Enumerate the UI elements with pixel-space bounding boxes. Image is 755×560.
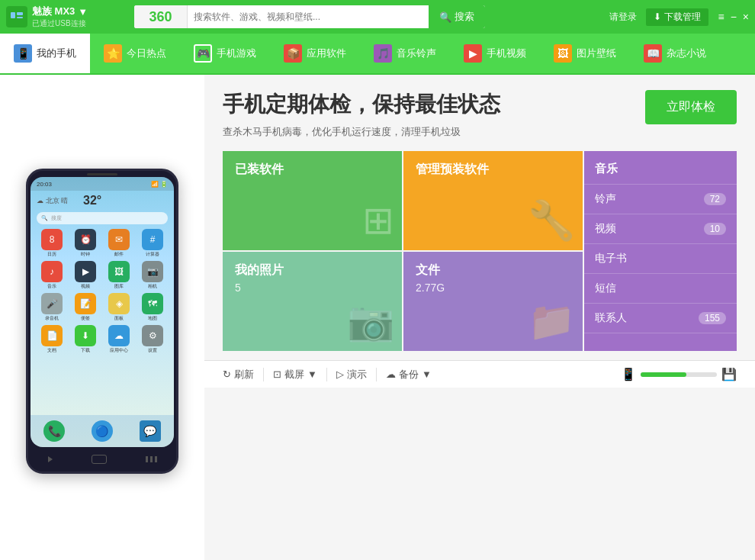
phone-app-panel: ◈ 面板: [104, 293, 134, 322]
phone-dock: 📞 🔵 💬: [31, 415, 174, 447]
backup-dropdown[interactable]: ▼: [422, 369, 432, 380]
nav-icon-star: ⭐: [104, 44, 122, 63]
phone-app-settings: ⚙ 设置: [137, 325, 168, 354]
screenshot-icon: ⊡: [273, 369, 281, 380]
nav-icon-game: 🎮: [194, 44, 212, 63]
nav-item-phone-games[interactable]: 🎮 手机游戏: [180, 34, 270, 73]
ringtone-label: 铃声: [595, 192, 616, 206]
phone-app-clock: ⏰ 时钟: [70, 229, 101, 258]
nav-item-hot-today[interactable]: ⭐ 今日热点: [90, 34, 180, 73]
right-col: 音乐 铃声 72 视频 10 电子书 短信 联系人 155: [584, 151, 737, 351]
nav-icon-video: ▶: [464, 44, 482, 63]
contacts-badge: 155: [699, 312, 726, 324]
nav-item-my-phone[interactable]: 📱 我的手机: [0, 34, 90, 73]
phone-search-bar: 🔍 搜度: [37, 212, 168, 224]
right-col-sms[interactable]: 短信: [584, 274, 737, 304]
minimize-icon[interactable]: −: [731, 11, 737, 23]
download-label: 下载管理: [664, 11, 701, 24]
search-input-wrap: [188, 11, 429, 22]
nav-icon-magazine: 📖: [644, 44, 662, 63]
progress-section: 📱 💾: [621, 367, 737, 381]
screenshot-button[interactable]: ⊡ 截屏 ▼: [264, 368, 327, 381]
phone-app-video: ▶ 视频: [70, 261, 101, 290]
search-button[interactable]: 🔍 搜索: [429, 5, 485, 28]
play-icon: ▷: [336, 369, 344, 380]
svg-rect-0: [11, 12, 15, 18]
play-label: 演示: [347, 368, 367, 381]
search-icon: 🔍: [439, 11, 451, 23]
phone-app-camera: 📷 相机: [137, 261, 168, 290]
phone-app-calendar: 8 日历: [37, 229, 67, 258]
check-button[interactable]: 立即体检: [645, 90, 737, 124]
play-button[interactable]: ▷ 演示: [327, 368, 377, 381]
close-icon[interactable]: ×: [743, 11, 749, 23]
screenshot-label: 截屏: [284, 368, 304, 381]
dock-phone: 📞: [43, 420, 65, 442]
hero-section: 手机定期体检，保持最佳状态 查杀木马手机病毒，优化手机运行速度，清理手机垃圾 立…: [223, 90, 737, 139]
tile-files-title: 文件: [416, 262, 570, 278]
nav-item-magazine[interactable]: 📖 杂志小说: [630, 34, 720, 73]
phone-weather-label: ☁ 北京 晴: [37, 196, 68, 206]
dock-messages: 💬: [140, 420, 161, 442]
nav-item-music[interactable]: 🎵 音乐铃声: [360, 34, 450, 73]
login-link[interactable]: 请登录: [609, 11, 637, 24]
right-col-music[interactable]: 音乐: [584, 151, 737, 185]
phone-time: 20:03: [37, 181, 52, 188]
nav-label-music: 音乐铃声: [397, 47, 436, 60]
phone-app-download: ⬇ 下载: [70, 325, 101, 354]
ringtone-badge: 72: [704, 193, 726, 205]
tiles-grid: 已装软件 ⊞ 管理预装软件 🔧 音乐 铃声 72 视频 10: [223, 151, 737, 351]
nav-label-phone-games: 手机游戏: [217, 47, 256, 60]
phone-status-bar: 20:03 📶 🔋: [31, 177, 174, 191]
logo-360: 360: [149, 9, 172, 25]
bottom-toolbar: ↻ 刷新 ⊡ 截屏 ▼ ▷ 演示 ☁ 备份 ▼ 📱: [204, 360, 755, 388]
menu-icon[interactable]: ≡: [718, 11, 724, 23]
phone-app-store: ☁ 应用中心: [104, 325, 134, 354]
download-manager-btn[interactable]: ⬇ 下载管理: [646, 8, 708, 26]
brand-sub-label: 已通过USB连接: [32, 18, 88, 29]
nav-icon-app: 📦: [284, 44, 302, 63]
nav-label-my-phone: 我的手机: [37, 47, 76, 60]
tile-photos-title: 我的照片: [235, 262, 390, 278]
phone-menu-btn: [146, 456, 157, 462]
contacts-label: 联系人: [595, 311, 627, 325]
phone-app-music: ♪ 音乐: [37, 261, 67, 290]
nav-item-apps[interactable]: 📦 应用软件: [270, 34, 360, 73]
right-col-ringtone[interactable]: 铃声 72: [584, 185, 737, 214]
nav-icon-photo: 🖼: [554, 44, 572, 63]
screenshot-dropdown[interactable]: ▼: [307, 369, 317, 380]
tile-files-value: 2.77G: [416, 282, 570, 294]
backup-button[interactable]: ☁ 备份 ▼: [377, 368, 441, 381]
tile-files[interactable]: 文件 2.77G 📁: [403, 252, 583, 351]
right-col-ebook[interactable]: 电子书: [584, 244, 737, 274]
svg-rect-2: [17, 17, 23, 18]
phone-search-placeholder: 搜度: [51, 214, 62, 222]
refresh-button[interactable]: ↻ 刷新: [223, 368, 264, 381]
svg-rect-1: [17, 12, 23, 15]
search-btn-label: 搜索: [455, 10, 474, 24]
nav-bar: 📱 我的手机 ⭐ 今日热点 🎮 手机游戏 📦 应用软件 🎵 音乐铃声 ▶ 手机视…: [0, 34, 755, 75]
tile-photos[interactable]: 我的照片 5 📷: [223, 252, 402, 351]
nav-item-video[interactable]: ▶ 手机视频: [450, 34, 540, 73]
right-col-contacts[interactable]: 联系人 155: [584, 304, 737, 333]
nav-icon-phone: 📱: [14, 44, 32, 63]
hero-title: 手机定期体检，保持最佳状态: [223, 90, 500, 119]
phone-apps: 8 日历 ⏰ 时钟 ✉ 邮件 # 计算器: [31, 226, 174, 357]
tile-installed[interactable]: 已装软件 ⊞: [223, 151, 402, 250]
phone-status-icons: 📶 🔋: [151, 181, 168, 188]
music-label: 音乐: [595, 162, 618, 176]
right-col-video[interactable]: 视频 10: [584, 214, 737, 244]
download-icon: ⬇: [654, 11, 661, 22]
phone-search-icon: 🔍: [41, 215, 48, 221]
search-input[interactable]: [194, 11, 422, 22]
tile-preinstalled[interactable]: 管理预装软件 🔧: [403, 151, 583, 250]
tile-photos-icon: 📷: [347, 299, 394, 343]
refresh-label: 刷新: [234, 368, 254, 381]
hero-text: 手机定期体检，保持最佳状态 查杀木马手机病毒，优化手机运行速度，清理手机垃圾: [223, 90, 500, 139]
phone-screen: 20:03 📶 🔋 ☁ 北京 晴 32° 🔍 搜度 8 日历: [31, 177, 174, 447]
phone-weather: ☁ 北京 晴 32°: [31, 191, 174, 211]
tile-preinstalled-icon: 🔧: [528, 198, 575, 243]
progress-storage-icon: 💾: [721, 367, 737, 381]
progress-bar: [641, 372, 717, 377]
nav-item-photo[interactable]: 🖼 图片壁纸: [540, 34, 630, 73]
